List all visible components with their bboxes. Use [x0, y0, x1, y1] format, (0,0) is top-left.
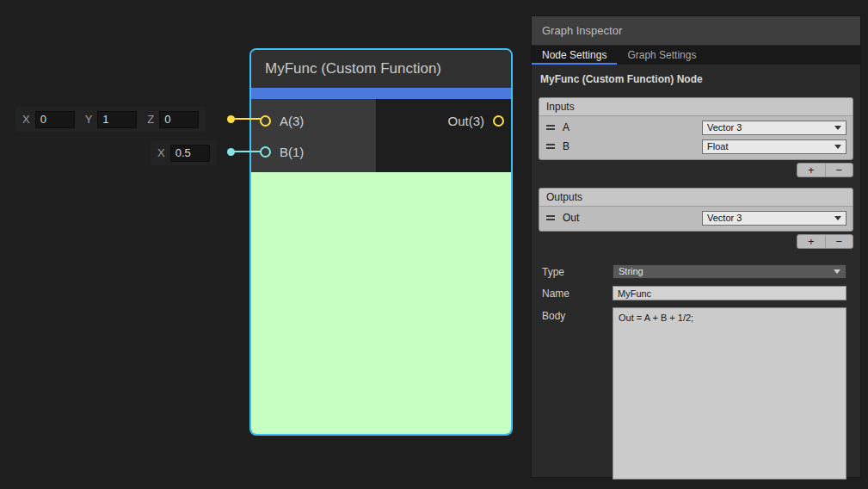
vector-x-field[interactable] [35, 111, 75, 128]
remove-output-button[interactable]: − [826, 235, 853, 248]
input-row-b[interactable]: B Float [539, 137, 853, 156]
float-value-widget: X [151, 140, 217, 165]
outputs-section-title: Outputs [539, 189, 853, 207]
panel-title-bar[interactable]: Graph Inspector [532, 16, 860, 46]
node-header: MyFunc (Custom Function) [251, 50, 511, 88]
dropdown-value: String [619, 265, 834, 278]
tab-node-settings[interactable]: Node Settings [532, 46, 617, 65]
chevron-down-icon [834, 216, 841, 220]
port-b-connector-icon[interactable] [260, 146, 271, 158]
port-a-connector-icon[interactable] [260, 115, 271, 127]
type-label: Type [539, 266, 613, 278]
name-label: Name [539, 288, 613, 300]
add-output-button[interactable]: + [797, 235, 826, 248]
graph-inspector-panel: Graph Inspector Node Settings Graph Sett… [531, 15, 861, 478]
body-row: Body Out = A + B + 1/2; [539, 307, 853, 480]
input-name: A [563, 121, 702, 133]
name-field[interactable] [613, 286, 846, 300]
node-preview-area [251, 172, 511, 434]
outputs-section: Outputs Out Vector 3 [539, 188, 853, 232]
port-b-label: B(1) [280, 145, 304, 159]
node-title-color-bar [251, 88, 511, 99]
body-label: Body [539, 307, 613, 322]
outputs-add-remove-bar: + − [797, 234, 853, 249]
name-row: Name [539, 286, 853, 300]
output-name: Out [563, 212, 702, 224]
wire-a[interactable] [231, 118, 263, 120]
remove-input-button[interactable]: − [826, 164, 853, 176]
node-port-area: A(3) B(1) Out(3) [251, 99, 511, 172]
port-row-a: A(3) [251, 105, 376, 136]
output-out-type-dropdown[interactable]: Vector 3 [702, 211, 846, 226]
shader-graph-canvas[interactable]: X Y Z X MyFunc (Custom Function) [0, 0, 868, 489]
type-dropdown[interactable]: String [613, 264, 846, 279]
float-x-label: X [157, 146, 165, 159]
chevron-down-icon [834, 126, 841, 130]
node-title: MyFunc (Custom Function) [265, 60, 441, 77]
dropdown-value: Vector 3 [707, 212, 834, 225]
chevron-down-icon [834, 269, 840, 274]
inputs-section: Inputs A Vector 3 B Float [539, 97, 853, 160]
body-field[interactable]: Out = A + B + 1/2; [613, 307, 846, 480]
input-b-type-dropdown[interactable]: Float [702, 139, 846, 154]
inputs-section-title: Inputs [539, 98, 853, 116]
add-input-button[interactable]: + [797, 164, 826, 176]
port-out-label: Out(3) [447, 114, 484, 128]
vector-y-field[interactable] [97, 111, 137, 128]
tab-graph-settings[interactable]: Graph Settings [617, 46, 706, 65]
node-settings-heading: MyFunc (Custom Function) Node [540, 73, 852, 85]
panel-body: MyFunc (Custom Function) Node Inputs A V… [532, 65, 860, 486]
input-name: B [563, 140, 702, 152]
panel-title: Graph Inspector [542, 24, 622, 37]
port-out-connector-icon[interactable] [493, 115, 504, 127]
chevron-down-icon [834, 145, 841, 149]
output-ports-column: Out(3) [377, 99, 511, 172]
drag-handle-icon[interactable] [545, 124, 557, 131]
port-a-label: A(3) [280, 114, 304, 128]
dropdown-value: Vector 3 [707, 121, 834, 134]
vector-y-label: Y [85, 113, 93, 126]
output-row-out[interactable]: Out Vector 3 [539, 208, 853, 227]
panel-tab-bar: Node Settings Graph Settings [532, 46, 860, 65]
port-row-out: Out(3) [377, 105, 511, 136]
vector-x-label: X [22, 113, 30, 126]
drag-handle-icon[interactable] [545, 143, 557, 150]
drag-handle-icon[interactable] [545, 214, 557, 221]
inputs-add-remove-bar: + − [797, 163, 853, 177]
dropdown-value: Float [707, 140, 834, 153]
input-row-a[interactable]: A Vector 3 [539, 118, 853, 137]
vector-z-label: Z [147, 113, 154, 126]
input-a-type-dropdown[interactable]: Vector 3 [702, 121, 846, 135]
wire-b[interactable] [231, 151, 263, 152]
port-row-b: B(1) [251, 136, 376, 167]
custom-function-node[interactable]: MyFunc (Custom Function) A(3) B(1) Out(3… [249, 48, 513, 436]
float-x-field[interactable] [170, 145, 210, 162]
type-row: Type String [539, 264, 853, 279]
vector3-value-widget: X Y Z [15, 107, 206, 132]
vector-z-field[interactable] [159, 111, 199, 128]
input-ports-column: A(3) B(1) [251, 99, 377, 172]
